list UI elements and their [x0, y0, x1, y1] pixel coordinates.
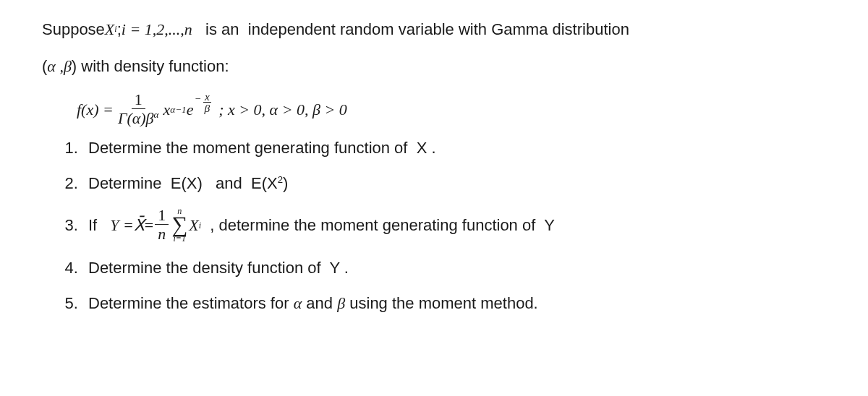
fx-exp-frac-inner: x β — [203, 91, 212, 114]
q3-Xbar: X̄ — [134, 213, 145, 237]
fx-tail: ; x > 0, α > 0, β > 0 — [218, 98, 347, 121]
question-1-text: Determine the moment generating function… — [88, 139, 436, 157]
intro-cond: i = 1,2,...,n — [122, 17, 192, 41]
intro-line-2: ( α ,β ) with density function: — [42, 54, 826, 78]
q5-b: using the moment method. — [345, 294, 538, 312]
question-2-text-b: ) — [283, 174, 288, 192]
q3-frac-num: 1 — [155, 207, 169, 225]
q3-sum-bot: i=1 — [173, 234, 186, 243]
fx-lhs: f(x) = — [77, 98, 114, 121]
question-3: If Y = X̄ = 1 n n ∑ i=1 Xi , determine t… — [82, 207, 826, 244]
fx-exp-den: β — [203, 103, 212, 113]
intro-line-1: Suppose X i ; i = 1,2,...,n is an indepe… — [42, 17, 826, 41]
question-4: Determine the density function of Y . — [82, 256, 826, 280]
fx-e: e — [187, 98, 194, 121]
q3-Yeq: Y = — [110, 213, 134, 237]
intro-paren-close-text: ) with density function: — [72, 54, 229, 78]
q5-a: Determine the estimators for — [88, 294, 294, 312]
question-list: Determine the moment generating function… — [42, 136, 826, 315]
q3-sum: n ∑ i=1 — [171, 207, 187, 244]
sigma-icon: ∑ — [171, 215, 187, 236]
question-1: Determine the moment generating function… — [82, 136, 826, 160]
q3-eq2: = — [145, 213, 153, 237]
q3-frac: 1 n — [155, 207, 169, 244]
question-2: Determine E(X) and E(X2) — [82, 171, 826, 195]
fx-x: x — [163, 98, 170, 121]
fx-den1: Γ(α)βα — [115, 109, 162, 129]
fx-num1: 1 — [132, 91, 145, 109]
fx-den1-gamma: Γ(α)β — [118, 110, 154, 128]
intro-text-1b: is an independent random variable with G… — [192, 17, 629, 41]
fx-exp-frac: − x β — [195, 91, 213, 114]
question-5: Determine the estimators for α and β usi… — [82, 291, 826, 315]
density-equation: f(x) = 1 Γ(α)βα xα−1 e − x β ; x > 0, α … — [77, 91, 826, 129]
question-2-text-a: Determine E(X) and E(X — [88, 174, 278, 192]
q3-Xi: X — [189, 213, 198, 237]
question-4-text: Determine the density function of Y . — [88, 259, 349, 277]
intro-alpha-beta: α ,β — [47, 54, 72, 78]
q5-and: and — [302, 294, 337, 312]
fx-x-exp: α−1 — [170, 103, 186, 117]
intro-paren-open: ( — [42, 54, 47, 78]
question-2-sup: 2 — [278, 174, 283, 185]
q3-if: If — [88, 213, 97, 237]
intro-var-X: X — [105, 17, 114, 41]
q5-alpha: α — [294, 294, 302, 312]
q3-tail: , determine the moment generating functi… — [201, 213, 555, 237]
fx-frac1: 1 Γ(α)βα — [115, 91, 162, 129]
fx-den1-exp: α — [154, 109, 159, 120]
q5-beta: β — [337, 294, 345, 312]
intro-text-1a: Suppose — [42, 17, 105, 41]
fx-exp-num: x — [203, 91, 211, 103]
fx-exp-sign: − — [195, 91, 200, 106]
q3-frac-den: n — [155, 225, 169, 244]
